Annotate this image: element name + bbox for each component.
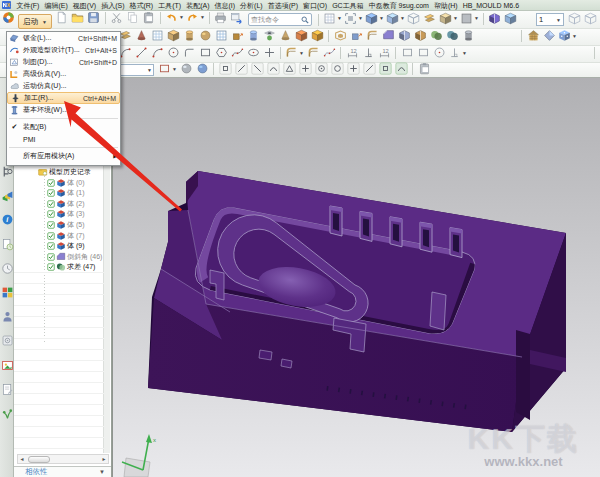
menu-item-label: 高级仿真(V)... [23, 69, 117, 79]
icon-glyph [9, 57, 20, 68]
menu-item-label: 外观造型设计(T)... [23, 45, 81, 55]
menu-item-label: 装配(B) [23, 122, 117, 132]
icon-glyph [9, 45, 20, 56]
part-post-right [430, 292, 446, 330]
start-menu-item-9[interactable]: PMI [7, 133, 120, 145]
menu-item-label: 运动仿真(U)... [23, 81, 117, 91]
mold-block-model [148, 171, 566, 432]
start-dropdown-menu: 钣金(L)...Ctrl+Shift+M外观造型设计(T)...Ctrl+Alt… [6, 31, 121, 166]
icon-glyph [9, 69, 20, 80]
start-menu-item-1[interactable]: 钣金(L)...Ctrl+Shift+M [7, 32, 120, 44]
menu-item-shortcut: Ctrl+Shift+M [78, 35, 117, 42]
start-menu-item-8[interactable]: ✔装配(B) [7, 121, 120, 133]
menu-item-label: PMI [23, 136, 117, 143]
menu-item-shortcut: Ctrl+Alt+M [83, 95, 116, 102]
model-right-notch [516, 330, 530, 420]
icon-glyph [9, 105, 20, 116]
start-menu-item-4[interactable]: 高级仿真(V)... [7, 68, 120, 80]
manufacturing-icon [10, 93, 21, 104]
start-menu-item-2[interactable]: 外观造型设计(T)...Ctrl+Alt+S [7, 44, 120, 56]
menu-icon-spacer [9, 134, 20, 145]
menu-item-label: 基本环境(W)... [23, 105, 117, 115]
start-menu-item-10[interactable]: 所有应用模块(A)▶ [7, 150, 120, 162]
menu-icon-spacer [9, 151, 20, 162]
drafting-icon [9, 57, 20, 68]
motion-simulation-icon [9, 81, 20, 92]
start-menu-item-3[interactable]: 制图(D)...Ctrl+Shift+D [7, 56, 120, 68]
start-menu-item-6[interactable]: 加工(R)...Ctrl+Alt+M [7, 92, 120, 104]
submenu-arrow-icon: ▶ [113, 153, 117, 159]
shape-studio-icon [9, 45, 20, 56]
checkmark-icon: ✔ [9, 123, 20, 131]
icon-glyph [9, 81, 20, 92]
svg-text:x: x [153, 437, 156, 443]
menu-item-label: 钣金(L)... [23, 33, 74, 43]
menu-item-label: 加工(R)... [24, 93, 79, 103]
menu-item-shortcut: Ctrl+Alt+S [85, 47, 117, 54]
view-triad: x [122, 434, 156, 477]
part-front-tab-1 [259, 350, 272, 360]
menu-item-shortcut: Ctrl+Shift+D [79, 59, 117, 66]
menu-separator [9, 147, 118, 148]
gateway-icon [9, 105, 20, 116]
menu-separator [9, 118, 118, 119]
menu-item-label: 所有应用模块(A) [23, 151, 113, 161]
menu-item-label: 制图(D)... [23, 57, 75, 67]
sheet-metal-icon [9, 33, 20, 44]
icon-glyph [10, 93, 21, 104]
start-menu-item-7[interactable]: 基本环境(W)... [7, 104, 120, 116]
start-menu-item-5[interactable]: 运动仿真(U)... [7, 80, 120, 92]
advanced-simulation-icon [9, 69, 20, 80]
icon-glyph [9, 33, 20, 44]
